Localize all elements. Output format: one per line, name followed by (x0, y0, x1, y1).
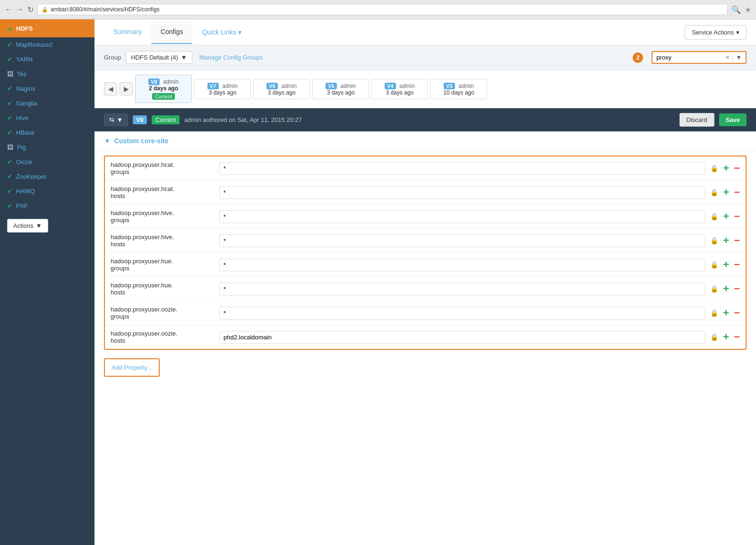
address-icon: 🔒 (42, 7, 48, 13)
address-bar[interactable]: 🔒 ambari:8080/#/main/services/HDFS/confi… (37, 4, 728, 15)
sidebar-label-pxf: PXF (16, 202, 28, 209)
sidebar-item-ganglia[interactable]: ✔ Ganglia (0, 96, 94, 111)
prop-remove-hive-hosts-button[interactable]: − (734, 235, 740, 246)
v5-user: admin (340, 83, 356, 89)
prop-value-hive-groups[interactable] (219, 210, 705, 223)
prop-lock-hive-groups-icon[interactable]: 🔒 (710, 213, 718, 220)
sidebar-item-hdfs[interactable]: ● HDFS 1 (0, 19, 94, 37)
prop-name-hive-groups: hadoop.proxyuser.hive.groups (111, 209, 215, 224)
v7-badge: V7 (207, 83, 218, 89)
search-dropdown-icon[interactable]: ▼ (732, 54, 742, 61)
prop-add-hue-hosts-button[interactable]: + (723, 284, 729, 294)
sidebar-label-hdfs: HDFS (16, 25, 33, 32)
section-header[interactable]: ▼ Custom core-site (94, 131, 756, 151)
search-clear-icon[interactable]: ✕ (725, 54, 730, 61)
prop-add-hcat-groups-button[interactable]: + (723, 163, 729, 173)
properties-outline: hadoop.proxyuser.hcat.groups 🔒 + − hadoo… (104, 156, 747, 350)
version-card-v3[interactable]: V3 admin 10 days ago (430, 79, 487, 99)
sidebar-item-hawq[interactable]: ✔ HAWQ (0, 184, 94, 199)
v8-badge: V8 (148, 78, 159, 85)
prop-value-oozie-groups[interactable] (219, 307, 705, 320)
prop-remove-hue-hosts-button[interactable]: − (734, 284, 740, 294)
quick-links-label: Quick Links (202, 28, 236, 36)
prop-add-oozie-groups-button[interactable]: + (723, 308, 729, 318)
actions-button[interactable]: Actions ▼ (7, 219, 48, 233)
browser-bookmark-icon[interactable]: ★ (745, 5, 751, 14)
prop-lock-hue-groups-icon[interactable]: 🔒 (710, 261, 718, 268)
v8-user: admin (163, 78, 179, 85)
prop-lock-hive-hosts-icon[interactable]: 🔒 (710, 237, 718, 244)
browser-search-icon[interactable]: 🔍 (731, 5, 741, 14)
v6-user: admin (281, 83, 297, 89)
sidebar-item-zookeeper[interactable]: ✔ ZooKeeper (0, 169, 94, 184)
add-property-button[interactable]: Add Property... (104, 358, 160, 377)
sidebar-item-pig[interactable]: 🖼 Pig (0, 140, 94, 155)
version-card-v6[interactable]: V6 admin 3 days ago (253, 79, 310, 99)
version-prev-button[interactable]: ◀ (104, 82, 117, 95)
prop-add-oozie-hosts-button[interactable]: + (723, 332, 729, 342)
top-nav: Summary Configs Quick Links ▾ Service Ac… (94, 19, 756, 45)
add-property-label: Add Property... (112, 364, 152, 371)
v7-time: 3 days ago (200, 89, 245, 96)
version-card-v7[interactable]: V7 admin 3 days ago (194, 79, 251, 99)
config-search-input[interactable] (656, 54, 722, 61)
service-actions-button[interactable]: Service Actions ▾ (685, 25, 747, 40)
prop-value-hcat-groups[interactable] (219, 162, 705, 175)
tab-summary[interactable]: Summary (104, 20, 151, 44)
prop-value-oozie-hosts[interactable] (219, 331, 705, 344)
prop-add-hive-hosts-button[interactable]: + (723, 235, 729, 246)
version-card-v8[interactable]: V8 admin 2 days ago Current (135, 75, 192, 103)
prop-lock-oozie-groups-icon[interactable]: 🔒 (710, 309, 718, 317)
browser-back-icon[interactable]: ← (5, 5, 12, 14)
prop-lock-hue-hosts-icon[interactable]: 🔒 (710, 285, 718, 293)
sidebar-label-pig: Pig (17, 144, 26, 151)
shuffle-button[interactable]: ⇆ ▼ (104, 113, 128, 126)
prop-remove-hue-groups-button[interactable]: − (734, 260, 740, 270)
prop-name-hcat-hosts: hadoop.proxyuser.hcat.hosts (111, 185, 215, 199)
prop-lock-hcat-hosts-icon[interactable]: 🔒 (710, 189, 718, 196)
prop-value-hue-hosts[interactable] (219, 283, 705, 295)
sidebar-item-hbase[interactable]: ✔ HBase (0, 125, 94, 140)
quick-links-dropdown[interactable]: Quick Links ▾ (202, 28, 241, 36)
prop-add-hue-groups-button[interactable]: + (723, 260, 729, 270)
discard-button[interactable]: Discard (679, 113, 714, 127)
manage-config-groups-link[interactable]: Manage Config Groups (199, 54, 263, 61)
prop-value-hue-groups[interactable] (219, 259, 705, 271)
save-button[interactable]: Save (719, 113, 747, 126)
group-select[interactable]: HDFS Default (4) ▼ (126, 51, 192, 64)
sidebar-item-yarn[interactable]: ✔ YARN (0, 52, 94, 67)
tez-monitor-icon: 🖼 (7, 70, 13, 78)
sidebar-item-oozie[interactable]: ✔ Oozie (0, 155, 94, 169)
tab-configs[interactable]: Configs (151, 20, 192, 44)
prop-remove-hive-groups-button[interactable]: − (734, 211, 740, 222)
prop-remove-oozie-hosts-button[interactable]: − (734, 332, 740, 342)
browser-refresh-icon[interactable]: ↻ (27, 5, 34, 14)
sidebar-item-mapreduce2[interactable]: ✔ MapReduce2 (0, 37, 94, 52)
actions-dropdown-icon: ▼ (36, 222, 42, 229)
sidebar-item-tez[interactable]: 🖼 Tez (0, 67, 94, 81)
ganglia-check-icon: ✔ (7, 100, 12, 107)
prop-value-hive-hosts[interactable] (219, 234, 705, 247)
sidebar-item-nagios[interactable]: ✔ Nagios (0, 81, 94, 96)
browser-forward-icon[interactable]: → (16, 5, 24, 14)
configs-tab-label: Configs (161, 28, 183, 35)
prop-add-hive-groups-button[interactable]: + (723, 211, 729, 222)
version-card-v5[interactable]: V5 admin 3 days ago (312, 79, 369, 99)
prop-add-hcat-hosts-button[interactable]: + (723, 187, 729, 198)
property-row-hue-hosts: hadoop.proxyuser.hue.hosts 🔒 + − (105, 277, 746, 301)
sidebar-label-mapreduce2: MapReduce2 (16, 41, 52, 48)
prop-remove-hcat-hosts-button[interactable]: − (734, 187, 740, 198)
version-card-v4[interactable]: V4 admin 3 days ago (371, 79, 428, 99)
address-text: ambari:8080/#/main/services/HDFS/configs (51, 6, 160, 13)
prop-remove-hcat-groups-button[interactable]: − (734, 163, 740, 173)
current-v8-badge: V8 (133, 115, 147, 124)
v4-user: admin (399, 83, 415, 89)
sidebar-item-pxf[interactable]: ✔ PXF (0, 199, 94, 213)
prop-remove-oozie-groups-button[interactable]: − (734, 308, 740, 318)
version-bar: ◀ ▶ V8 admin 2 days ago Current V7 admin (94, 70, 756, 108)
sidebar-item-hive[interactable]: ✔ Hive (0, 111, 94, 125)
prop-lock-oozie-hosts-icon[interactable]: 🔒 (710, 333, 718, 341)
prop-lock-hcat-groups-icon[interactable]: 🔒 (710, 164, 718, 172)
version-next-button[interactable]: ▶ (120, 82, 133, 95)
prop-value-hcat-hosts[interactable] (219, 186, 705, 199)
